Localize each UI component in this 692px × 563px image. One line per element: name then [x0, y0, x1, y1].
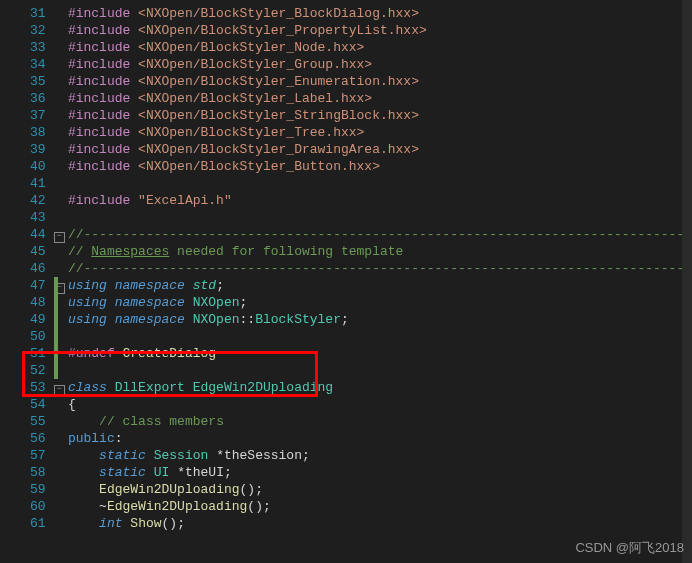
token-kw-pp: #include [68, 91, 138, 106]
change-marker [54, 345, 58, 362]
line-number: 41 [0, 175, 46, 192]
line-number: 54 [0, 396, 46, 413]
line-number: 45 [0, 243, 46, 260]
line-number: 33 [0, 39, 46, 56]
code-line[interactable]: ~EdgeWin2DUploading(); [68, 498, 692, 515]
change-marker [54, 328, 58, 345]
token-str: <NXOpen/BlockStyler_PropertyList.hxx> [138, 23, 427, 38]
fold-toggle-icon[interactable]: − [54, 385, 65, 396]
code-line[interactable]: static UI *theUI; [68, 464, 692, 481]
line-number: 50 [0, 328, 46, 345]
code-line[interactable]: #include <NXOpen/BlockStyler_DrawingArea… [68, 141, 692, 158]
code-line[interactable] [68, 362, 692, 379]
token-plain [68, 448, 99, 463]
token-kw-pp: #undef [68, 346, 123, 361]
code-line[interactable]: #include <NXOpen/BlockStyler_PropertyLis… [68, 22, 692, 39]
token-kw-pp: #include [68, 125, 138, 140]
line-number: 58 [0, 464, 46, 481]
code-line[interactable]: EdgeWin2DUploading(); [68, 481, 692, 498]
code-line[interactable]: // Namespaces needed for following templ… [68, 243, 692, 260]
token-plain: ; [240, 295, 248, 310]
token-cmt-u: Namespaces [91, 244, 169, 259]
code-line[interactable] [68, 328, 692, 345]
code-line[interactable]: #include <NXOpen/BlockStyler_Tree.hxx> [68, 124, 692, 141]
code-area[interactable]: #include <NXOpen/BlockStyler_BlockDialog… [66, 0, 692, 563]
line-number: 48 [0, 294, 46, 311]
token-str: <NXOpen/BlockStyler_BlockDialog.hxx> [138, 6, 419, 21]
token-kw: using namespace [68, 278, 193, 293]
code-line[interactable]: using namespace NXOpen; [68, 294, 692, 311]
token-plain [68, 482, 99, 497]
code-line[interactable]: #include <NXOpen/BlockStyler_Button.hxx> [68, 158, 692, 175]
code-line[interactable]: #include <NXOpen/BlockStyler_BlockDialog… [68, 5, 692, 22]
line-number: 36 [0, 90, 46, 107]
token-type: std [193, 278, 216, 293]
token-kw-pp: #include [68, 6, 138, 21]
code-line[interactable]: #include <NXOpen/BlockStyler_Node.hxx> [68, 39, 692, 56]
token-str: <NXOpen/BlockStyler_Button.hxx> [138, 159, 380, 174]
code-line[interactable]: int Show(); [68, 515, 692, 532]
code-line[interactable]: class DllExport EdgeWin2DUploading [68, 379, 692, 396]
token-str: "ExcelApi.h" [138, 193, 232, 208]
code-line[interactable]: #include <NXOpen/BlockStyler_Label.hxx> [68, 90, 692, 107]
token-plain: (); [247, 499, 270, 514]
token-kw-pp: #include [68, 74, 138, 89]
code-line[interactable]: #include <NXOpen/BlockStyler_Enumeration… [68, 73, 692, 90]
code-line[interactable]: #include <NXOpen/BlockStyler_Group.hxx> [68, 56, 692, 73]
token-type2: DllExport [115, 380, 193, 395]
code-line[interactable]: using namespace std; [68, 277, 692, 294]
line-number: 42 [0, 192, 46, 209]
line-number: 51 [0, 345, 46, 362]
code-line[interactable]: #include <NXOpen/BlockStyler_StringBlock… [68, 107, 692, 124]
token-plain: *theUI; [177, 465, 232, 480]
code-line[interactable] [68, 209, 692, 226]
token-plain [68, 414, 99, 429]
token-plain: ; [216, 278, 224, 293]
line-number: 56 [0, 430, 46, 447]
change-marker [54, 277, 58, 294]
line-number: 55 [0, 413, 46, 430]
token-cmt: // [68, 244, 91, 259]
fold-toggle-icon[interactable]: − [54, 232, 65, 243]
code-line[interactable]: static Session *theSession; [68, 447, 692, 464]
token-type2: UI [154, 465, 177, 480]
fold-margin: −−− [54, 0, 66, 563]
code-line[interactable]: #include "ExcelApi.h" [68, 192, 692, 209]
token-kw: int [99, 516, 130, 531]
vertical-scrollbar[interactable] [682, 0, 692, 563]
token-kw2: public [68, 431, 115, 446]
token-str: <NXOpen/BlockStyler_Enumeration.hxx> [138, 74, 419, 89]
token-kw: using namespace [68, 312, 193, 327]
token-str: <NXOpen/BlockStyler_Tree.hxx> [138, 125, 364, 140]
code-line[interactable] [68, 175, 692, 192]
code-line[interactable]: //--------------------------------------… [68, 260, 692, 277]
line-number-gutter: 3132333435363738394041424344454647484950… [0, 0, 54, 563]
token-str: <NXOpen/BlockStyler_DrawingArea.hxx> [138, 142, 419, 157]
line-number: 53 [0, 379, 46, 396]
code-line[interactable]: { [68, 396, 692, 413]
code-line[interactable]: // class members [68, 413, 692, 430]
token-str: <NXOpen/BlockStyler_StringBlock.hxx> [138, 108, 419, 123]
line-number: 57 [0, 447, 46, 464]
token-plain: : [115, 431, 123, 446]
token-kw-pp: #include [68, 40, 138, 55]
token-kw: static [99, 448, 154, 463]
line-number: 49 [0, 311, 46, 328]
code-line[interactable]: #undef CreateDialog [68, 345, 692, 362]
code-editor[interactable]: 3132333435363738394041424344454647484950… [0, 0, 692, 563]
token-kw-pp: #include [68, 23, 138, 38]
line-number: 61 [0, 515, 46, 532]
token-cmt: //--------------------------------------… [68, 227, 692, 242]
token-kw: using namespace [68, 295, 193, 310]
code-line[interactable]: using namespace NXOpen::BlockStyler; [68, 311, 692, 328]
token-plain [68, 516, 99, 531]
token-func: CreateDialog [123, 346, 217, 361]
code-line[interactable]: public: [68, 430, 692, 447]
token-plain [68, 465, 99, 480]
line-number: 60 [0, 498, 46, 515]
line-number: 40 [0, 158, 46, 175]
token-str: <NXOpen/BlockStyler_Node.hxx> [138, 40, 364, 55]
code-line[interactable]: //--------------------------------------… [68, 226, 692, 243]
token-type2: Session [154, 448, 216, 463]
line-number: 32 [0, 22, 46, 39]
